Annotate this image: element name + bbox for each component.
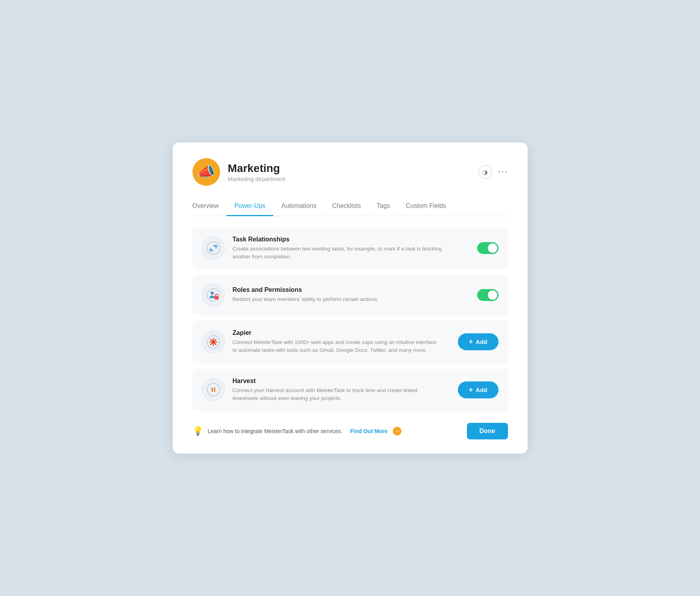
roles-permissions-icon — [202, 284, 225, 306]
zapier-title: Zapier — [233, 329, 442, 336]
tab-checklists[interactable]: Checklists — [324, 198, 369, 216]
task-relationships-toggle[interactable] — [477, 242, 498, 254]
roles-permissions-action — [477, 289, 498, 301]
svg-point-2 — [211, 291, 214, 295]
task-relationships-title: Task Relationships — [233, 236, 461, 243]
zapier-desc: Connect MeisterTask with 1000+ web apps … — [233, 338, 442, 355]
svg-rect-3 — [215, 296, 218, 299]
footer: 💡 Learn how to integrate MeisterTask wit… — [192, 423, 508, 439]
harvest-add-label: Add — [476, 387, 487, 393]
task-relationships-content: Task Relationships Create associations b… — [233, 236, 461, 261]
harvest-plus-icon: + — [469, 386, 473, 394]
tab-automations[interactable]: Automations — [273, 198, 324, 216]
roles-permissions-content: Roles and Permissions Restrict your team… — [233, 286, 461, 303]
project-title: Marketing — [228, 162, 471, 175]
harvest-icon-wrap: H — [202, 378, 225, 401]
project-subtitle: Marketing department — [228, 176, 471, 182]
bulb-icon: 💡 — [192, 426, 203, 436]
header: 📣 Marketing Marketing department ◑ ··· — [192, 158, 508, 186]
task-relationships-action — [477, 242, 498, 254]
footer-text: 💡 Learn how to integrate MeisterTask wit… — [192, 426, 467, 436]
powerup-roles-permissions: Roles and Permissions Restrict your team… — [192, 275, 508, 315]
zapier-add-label: Add — [476, 338, 487, 345]
zapier-content: Zapier Connect MeisterTask with 1000+ we… — [233, 329, 442, 355]
harvest-desc: Connect your Harvest account with Meiste… — [233, 387, 442, 403]
footer-static-text: Learn how to integrate MeisterTask with … — [208, 428, 343, 434]
roles-permissions-desc: Restrict your team members' ability to p… — [233, 295, 461, 303]
task-relationships-desc: Create associations between two existing… — [233, 245, 461, 261]
main-card: 📣 Marketing Marketing department ◑ ··· O… — [173, 142, 528, 454]
svg-point-0 — [207, 242, 220, 254]
tab-tags[interactable]: Tags — [369, 198, 398, 216]
powerup-list: Task Relationships Create associations b… — [192, 227, 508, 411]
header-actions: ◑ ··· — [478, 165, 508, 179]
zapier-action: + Add — [458, 333, 498, 350]
tab-custom-fields[interactable]: Custom Fields — [398, 198, 454, 216]
task-relationships-icon — [202, 237, 225, 260]
project-icon: 📣 — [192, 158, 220, 186]
zapier-plus-icon: + — [469, 338, 473, 346]
harvest-add-button[interactable]: + Add — [458, 381, 498, 398]
circle-button[interactable]: ◑ — [478, 165, 492, 179]
tab-overview[interactable]: Overview — [192, 198, 227, 216]
zapier-icon-wrap — [202, 331, 225, 353]
powerup-harvest: H Harvest Connect your Harvest account w… — [192, 369, 508, 411]
svg-text:H: H — [211, 387, 216, 393]
harvest-title: Harvest — [233, 377, 442, 385]
zapier-add-button[interactable]: + Add — [458, 333, 498, 350]
header-text: Marketing Marketing department — [228, 162, 471, 183]
find-out-more-link[interactable]: Find Out More — [350, 428, 388, 434]
tabs-bar: Overview Power-Ups Automations Checklist… — [192, 198, 508, 216]
tab-power-ups[interactable]: Power-Ups — [226, 198, 273, 216]
roles-permissions-toggle[interactable] — [477, 289, 498, 301]
done-button[interactable]: Done — [467, 423, 508, 439]
harvest-content: Harvest Connect your Harvest account wit… — [233, 377, 442, 403]
harvest-action: + Add — [458, 381, 498, 398]
powerup-zapier: Zapier Connect MeisterTask with 1000+ we… — [192, 321, 508, 363]
footer-arrow-icon: → — [393, 427, 401, 435]
roles-permissions-title: Roles and Permissions — [233, 286, 461, 293]
powerup-task-relationships: Task Relationships Create associations b… — [192, 227, 508, 270]
more-button[interactable]: ··· — [498, 167, 508, 177]
